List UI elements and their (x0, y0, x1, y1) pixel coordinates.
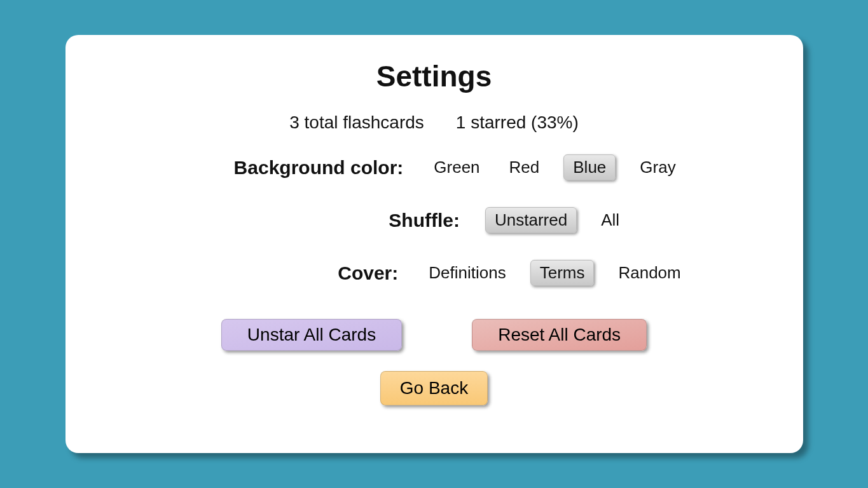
cover-label: Cover: (182, 262, 424, 284)
option-blue[interactable]: Blue (563, 154, 616, 180)
reset-all-button[interactable]: Reset All Cards (472, 319, 647, 351)
cover-options: Definitions Terms Random (424, 260, 685, 286)
option-unstarred[interactable]: Unstarred (485, 207, 577, 233)
shuffle-label: Shuffle: (244, 210, 485, 231)
option-definitions[interactable]: Definitions (424, 261, 511, 285)
option-random[interactable]: Random (613, 261, 685, 285)
action-row: Unstar All Cards Reset All Cards (221, 319, 647, 351)
page-title: Settings (376, 59, 492, 93)
unstar-all-button[interactable]: Unstar All Cards (221, 319, 402, 351)
total-flashcards: 3 total flashcards (289, 112, 424, 133)
background-color-options: Green Red Blue Gray (429, 154, 680, 180)
option-all[interactable]: All (596, 208, 624, 233)
background-color-row: Background color: Green Red Blue Gray (187, 154, 680, 180)
settings-panel: Settings 3 total flashcards 1 starred (3… (65, 35, 803, 453)
cover-row: Cover: Definitions Terms Random (182, 260, 685, 286)
option-green[interactable]: Green (429, 155, 485, 180)
shuffle-options: Unstarred All (485, 207, 624, 233)
option-gray[interactable]: Gray (635, 155, 680, 180)
option-red[interactable]: Red (504, 155, 545, 180)
shuffle-row: Shuffle: Unstarred All (244, 207, 624, 233)
background-color-label: Background color: (187, 157, 429, 179)
starred-count: 1 starred (33%) (456, 112, 579, 133)
option-terms[interactable]: Terms (530, 260, 595, 286)
stats-row: 3 total flashcards 1 starred (33%) (289, 112, 579, 133)
go-back-button[interactable]: Go Back (380, 371, 488, 405)
